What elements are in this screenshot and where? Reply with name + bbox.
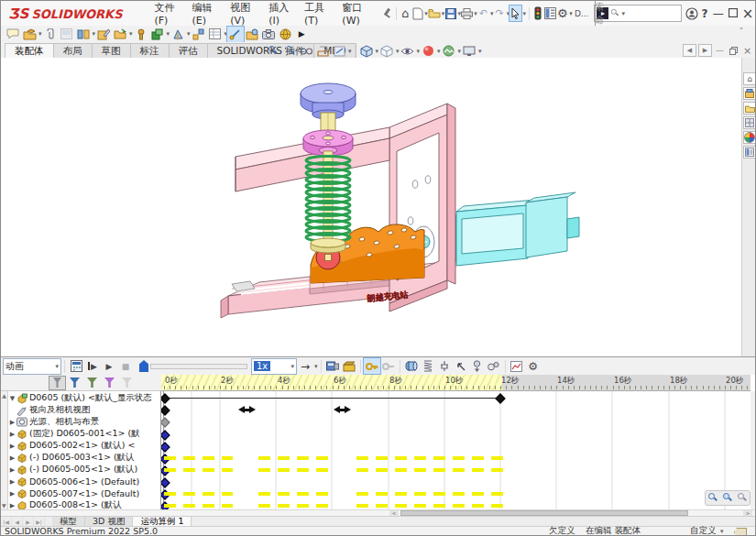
home-icon[interactable]: ⌂ [400,5,411,21]
tree-vertical-scrollbar[interactable]: ▲ ▼ [1,391,8,509]
doc-close-icon[interactable]: × [741,45,753,56]
component-preview-icon[interactable] [59,27,75,42]
tab-evaluate[interactable]: 评估 [169,43,208,58]
key-part-006[interactable] [161,477,170,487]
playback-speed-select[interactable]: 1x▾ [251,358,297,375]
select-cursor-icon[interactable] [509,5,521,21]
collapse-toolbar-icon[interactable]: ˄ [740,27,743,36]
tab-model[interactable]: 模型 [52,517,85,526]
calculate-icon[interactable] [68,358,84,374]
key-camera-move-2[interactable] [334,406,351,414]
minimize-button[interactable]: — [711,7,726,20]
appearances-globe-icon[interactable] [277,27,293,42]
large-assembly-settings-icon[interactable] [244,27,260,42]
playback-mode-icon[interactable]: → [297,358,313,374]
instant3d-icon[interactable] [227,27,244,42]
help-icon[interactable]: ? [698,5,710,21]
assembly-features-icon[interactable] [149,27,166,42]
tree-row-part-001[interactable]: ▶ (固定) D0605-001<1> (默 [8,428,160,440]
last-tab-icon[interactable]: ▶| [34,517,45,526]
save-animation-icon[interactable] [324,358,341,374]
doc-forward-icon[interactable]: ▶ [698,44,712,57]
options-list-icon[interactable] [544,5,556,21]
animation-wizard-icon[interactable] [341,358,357,374]
file-explorer-icon[interactable] [743,102,756,115]
timeline-zoom-selection-icon[interactable] [723,493,733,503]
hide-show-items-icon[interactable] [400,43,416,59]
apply-scene-icon[interactable] [441,43,457,59]
menu-view[interactable]: 视图(V) [224,1,262,27]
command-search-box[interactable]: ▸ 搜索命令 ▾ [594,5,682,22]
tree-row-orientation-camera[interactable]: 视向及相机视图 [8,404,160,416]
take-snapshot-icon[interactable] [260,27,277,42]
redo-icon[interactable]: ↷ [494,5,506,21]
key-assembly-end[interactable] [495,393,505,403]
graphics-area[interactable]: 朗越充电站 [1,58,741,356]
force-icon[interactable] [453,358,469,374]
filter-animated-icon[interactable] [66,376,83,390]
tree-row-part-002[interactable]: ▶ D0605-002<1> (默认) < [8,440,160,452]
timebar-slider-handle[interactable] [139,360,148,372]
damper-icon[interactable] [436,358,453,374]
display-style-icon[interactable] [378,43,395,59]
menu-file[interactable]: 文件(F) [148,1,185,27]
move-component-icon[interactable] [112,27,128,42]
custom-status-label[interactable]: 自定义 [690,525,717,536]
mate-icon[interactable] [75,27,92,42]
view-orientation-cube-icon[interactable] [358,43,375,59]
toolbar-overflow-play-icon[interactable]: ▶ [293,27,310,42]
tab-assembly[interactable]: 装配体 [5,43,54,58]
autokey-icon[interactable] [364,358,380,374]
new-document-icon[interactable] [411,5,423,21]
key-part-002[interactable] [161,442,170,452]
close-button[interactable]: × [740,5,755,22]
scroll-down-icon[interactable]: ▼ [2,502,6,509]
zoom-fit-icon[interactable] [265,43,281,59]
doc-minimize-icon[interactable]: — [714,45,726,56]
zoom-area-icon[interactable] [281,43,298,59]
add-key-icon[interactable] [380,358,397,374]
smart-fasteners-icon[interactable] [133,27,149,42]
bom-icon[interactable] [207,27,224,42]
dropdown-hint-label[interactable]: D... [575,9,589,18]
expand-icon[interactable]: ▶ [8,443,16,450]
timeline-zoom-in-icon[interactable] [708,493,718,503]
play-from-start-icon[interactable]: ▶ [84,358,101,374]
key-lights[interactable] [161,417,170,427]
tab-layout[interactable]: 布局 [53,43,93,58]
tree-row-part-003[interactable]: ▶ (-) D0605-003<1> (默认 [8,452,160,464]
play-icon[interactable]: ▶ [101,358,117,374]
appearances-scenes-icon[interactable] [743,131,756,144]
tree-row-part-007[interactable]: ▶ D0605-007<1> (Default) [8,487,160,499]
attachment-icon[interactable] [42,27,59,42]
first-tab-icon[interactable]: |◀ [1,517,12,526]
menu-tools[interactable]: 工具(T) [298,1,335,27]
menu-edit[interactable]: 编辑(E) [186,1,225,27]
study-type-select[interactable]: 动画▾ [3,358,61,375]
undo-icon[interactable]: ↶ [477,5,489,21]
doc-back-icon[interactable]: ◀ [683,44,696,57]
filter-selected-icon[interactable] [101,376,118,390]
rebuild-traffic-light-icon[interactable] [532,5,544,21]
tab-annotate[interactable]: 标注 [130,43,170,58]
tree-row-assembly[interactable]: ▼ D0605 (默认) <默认_显示状态 [8,392,160,404]
design-library-icon[interactable] [743,87,756,100]
menu-window[interactable]: 窗口(W) [335,1,376,27]
results-plots-icon[interactable] [509,358,525,374]
save-icon[interactable] [444,5,456,21]
maximize-button[interactable] [726,7,740,20]
reference-geometry-icon[interactable] [170,27,186,42]
open-document-icon[interactable] [428,5,441,21]
collapse-icon[interactable]: ▼ [8,395,16,402]
tab-sketch[interactable]: 草图 [92,43,131,58]
timeline-area[interactable] [161,391,751,509]
tree-row-part-008[interactable]: ▶ D0605-008<1> (默认 [8,499,160,509]
previous-view-icon[interactable] [298,43,314,59]
key-assembly-start[interactable] [161,393,170,403]
expand-icon[interactable]: ▶ [8,454,16,462]
expand-icon[interactable]: ▶ [8,419,16,426]
settings-gear-icon[interactable]: ⚙ [556,5,568,21]
search-magnifier-icon[interactable] [611,9,619,17]
exploded-view-icon[interactable] [191,27,207,42]
motor-icon[interactable] [403,358,420,374]
